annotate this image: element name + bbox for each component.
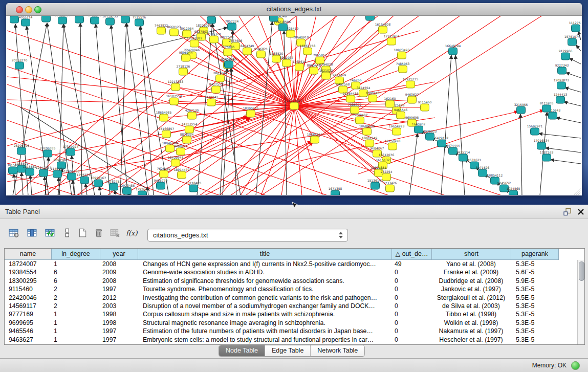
graph-node[interactable]	[231, 42, 240, 50]
graph-node[interactable]	[123, 187, 132, 194]
graph-node[interactable]	[190, 40, 199, 47]
column-header-pagerank[interactable]: pagerank	[511, 249, 559, 260]
column-header-title[interactable]: title	[138, 249, 392, 260]
graph-node[interactable]	[224, 49, 232, 56]
scrollbar-thumb[interactable]	[579, 261, 584, 281]
graph-node[interactable]	[297, 39, 306, 46]
graph-node[interactable]	[438, 140, 446, 147]
tab-edge-table[interactable]: Edge Table	[265, 345, 311, 356]
graph-node[interactable]	[182, 54, 190, 61]
graph-node[interactable]	[449, 48, 458, 55]
graph-node[interactable]	[17, 165, 26, 172]
graph-node[interactable]	[421, 104, 429, 111]
table-options-icon[interactable]	[7, 226, 20, 239]
table-row[interactable]: 969969511998Structural magnetic resonanc…	[5, 319, 572, 327]
graph-node[interactable]	[408, 96, 417, 103]
table-row[interactable]: 946362711997Embryonic stem cells: a mode…	[5, 336, 572, 344]
graph-node[interactable]	[183, 136, 191, 143]
graph-node[interactable]	[406, 81, 415, 88]
graph-node[interactable]	[160, 114, 168, 121]
graph-node[interactable]	[58, 17, 67, 24]
graph-node[interactable]	[517, 106, 526, 114]
graph-node[interactable]	[316, 57, 324, 64]
graph-node[interactable]	[542, 105, 551, 112]
graph-node[interactable]	[346, 95, 355, 102]
graph-node[interactable]	[335, 77, 344, 84]
graph-node[interactable]	[387, 38, 396, 45]
graph-node[interactable]	[287, 30, 295, 37]
graph-node[interactable]	[166, 145, 175, 152]
graph-node[interactable]	[53, 170, 62, 178]
graph-node[interactable]	[138, 191, 147, 198]
graph-node[interactable]	[382, 173, 391, 181]
graph-node[interactable]	[290, 102, 299, 110]
graph-node[interactable]	[21, 19, 30, 26]
graph-node[interactable]	[375, 169, 383, 177]
table-row[interactable]: 2242004622012Investigating the contribut…	[5, 294, 572, 302]
graph-node[interactable]	[537, 142, 546, 149]
graph-node[interactable]	[39, 169, 48, 177]
graph-node[interactable]	[179, 68, 188, 75]
graph-node[interactable]	[531, 128, 539, 135]
graph-node[interactable]	[17, 147, 26, 155]
graph-node[interactable]	[322, 72, 331, 79]
graph-node[interactable]	[212, 86, 221, 93]
graph-node[interactable]	[386, 185, 395, 192]
tab-node-table[interactable]: Node Table	[219, 345, 265, 356]
graph-node[interactable]	[183, 30, 191, 37]
table-row[interactable]: 1872400712008Changes of HCN gene express…	[5, 260, 572, 268]
row-height-icon[interactable]	[60, 226, 74, 239]
column-header-in_degree[interactable]: in_degree	[52, 249, 100, 260]
graph-node[interactable]	[15, 62, 24, 69]
graph-node[interactable]	[556, 96, 565, 103]
graph-node[interactable]	[310, 67, 318, 74]
graph-node[interactable]	[225, 61, 233, 68]
graph-node[interactable]	[247, 110, 255, 117]
graph-node[interactable]	[356, 117, 364, 124]
graph-node[interactable]	[10, 16, 19, 23]
table-row[interactable]: 1456911722003Disruption of a novel membe…	[5, 302, 572, 310]
graph-node[interactable]	[188, 112, 197, 119]
graph-node[interactable]	[171, 83, 180, 91]
graph-node[interactable]	[491, 177, 499, 184]
graph-node[interactable]	[110, 183, 118, 190]
table-row[interactable]: 1938455462009Genome-wide association stu…	[5, 268, 572, 276]
select-all-columns-icon[interactable]	[43, 226, 57, 239]
graph-node[interactable]	[339, 86, 347, 93]
graph-node[interactable]	[509, 190, 518, 198]
graph-node[interactable]	[379, 162, 387, 169]
graph-node[interactable]	[106, 18, 115, 25]
graph-node[interactable]	[542, 154, 551, 161]
graph-node[interactable]	[272, 55, 281, 62]
graph-node[interactable]	[197, 33, 206, 40]
graph-node[interactable]	[311, 136, 319, 143]
graph-node[interactable]	[398, 52, 406, 59]
graph-node[interactable]	[94, 180, 103, 187]
tab-network-table[interactable]: Network Table	[311, 345, 364, 356]
graph-node[interactable]	[26, 168, 34, 176]
graph-node[interactable]	[408, 119, 417, 126]
graph-node[interactable]	[478, 169, 487, 177]
graph-node[interactable]	[162, 130, 171, 138]
graph-node[interactable]	[185, 126, 194, 133]
table-vertical-scrollbar[interactable]	[577, 260, 584, 344]
graph-node[interactable]	[295, 63, 304, 71]
table-row[interactable]: 911546021997Tourette syndrome. Phenomeno…	[5, 285, 572, 293]
column-header-out_de[interactable]: △ out_de…	[392, 249, 432, 260]
network-window-titlebar[interactable]: citations_edges.txt	[6, 3, 582, 16]
graph-node[interactable]	[557, 82, 566, 89]
graph-node[interactable]	[67, 148, 75, 156]
column-visibility-icon[interactable]	[26, 226, 39, 239]
create-column-icon[interactable]	[76, 226, 89, 239]
delete-column-icon[interactable]	[92, 226, 105, 239]
column-header-year[interactable]: year	[100, 249, 138, 260]
graph-node[interactable]	[135, 19, 144, 26]
graph-node[interactable]	[379, 26, 387, 33]
table-source-select[interactable]: citations_edges.txt	[147, 229, 348, 242]
graph-node[interactable]	[257, 51, 266, 58]
graph-node[interactable]	[171, 159, 180, 166]
table-row[interactable]: 1830029562008Estimation of significance …	[5, 277, 572, 285]
graph-node[interactable]	[223, 39, 231, 46]
graph-node[interactable]	[388, 143, 397, 150]
graph-node[interactable]	[426, 133, 434, 140]
